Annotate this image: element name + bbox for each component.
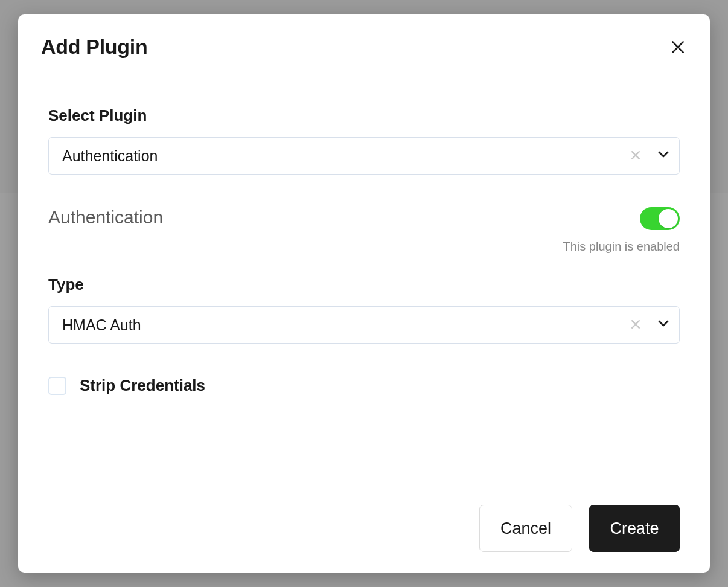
clear-selection-button[interactable] [630,147,642,165]
modal-header: Add Plugin [18,14,710,77]
type-section: Type HMAC Auth [48,275,680,344]
add-plugin-modal: Add Plugin Select Plugin Authentication [18,14,710,573]
chevron-down-icon [656,316,671,330]
clear-type-button[interactable] [630,316,642,334]
modal-title: Add Plugin [41,35,147,59]
plugin-enabled-caption: This plugin is enabled [563,240,680,254]
select-plugin-label: Select Plugin [48,106,680,125]
cancel-button[interactable]: Cancel [479,505,572,552]
close-button[interactable] [669,38,687,56]
type-dropdown[interactable]: HMAC Auth [48,306,680,344]
dropdown-toggle[interactable] [656,147,671,165]
toggle-column: This plugin is enabled [563,207,680,254]
strip-credentials-label: Strip Credentials [80,376,205,395]
modal-body: Select Plugin Authentication Authenticat… [18,77,710,484]
auth-section-row: Authentication This plugin is enabled [48,207,680,254]
select-plugin-value: Authentication [62,147,630,165]
strip-credentials-checkbox[interactable] [48,377,66,395]
toggle-knob [659,209,678,228]
type-label: Type [48,275,680,294]
type-value: HMAC Auth [62,316,630,334]
plugin-enabled-toggle[interactable] [640,207,680,230]
auth-section-title: Authentication [48,207,163,228]
type-dropdown-icons [630,316,671,334]
modal-footer: Cancel Create [18,484,710,573]
close-icon [670,39,686,55]
type-dropdown-toggle[interactable] [656,316,671,334]
x-icon [630,149,642,161]
select-plugin-icons [630,147,671,165]
x-icon [630,318,642,330]
strip-credentials-row: Strip Credentials [48,376,680,395]
create-button[interactable]: Create [589,505,680,552]
select-plugin-dropdown[interactable]: Authentication [48,137,680,175]
chevron-down-icon [656,147,671,161]
